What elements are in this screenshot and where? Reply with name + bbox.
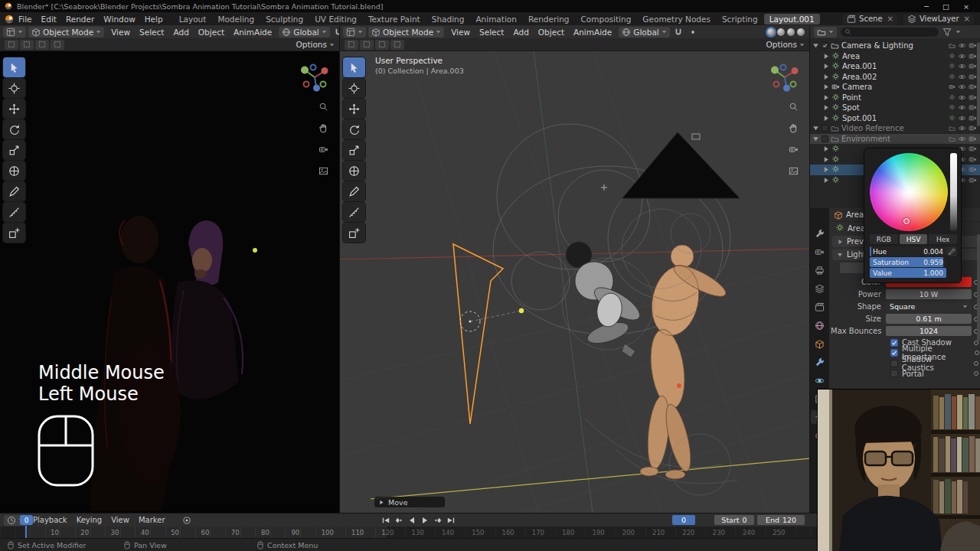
animate-property-dot[interactable] [972, 361, 980, 366]
menu-view[interactable]: View [446, 28, 475, 37]
frame-end-field[interactable]: End 120 [757, 515, 805, 525]
workspace-tab-geometry-nodes[interactable]: Geometry Nodes [637, 14, 716, 24]
value-field-power[interactable]: 10 W [886, 289, 972, 299]
dropdown-shape[interactable]: Square [886, 302, 972, 311]
snap-toggle[interactable] [332, 28, 339, 37]
tool-rotate[interactable] [343, 119, 365, 139]
minimize-button[interactable]: ─ [924, 2, 929, 11]
animate-property-dot[interactable] [972, 371, 980, 376]
menu-select[interactable]: Select [475, 28, 508, 37]
properties-tab-object[interactable] [811, 337, 828, 350]
properties-tab-physics[interactable] [811, 373, 828, 387]
hide-in-viewport-toggle[interactable] [958, 62, 966, 70]
outliner-row-point[interactable]: Point [810, 93, 980, 103]
collection-checkbox[interactable] [822, 135, 828, 142]
select-mode-intersect-button[interactable] [51, 40, 64, 50]
animate-property-dot[interactable] [973, 350, 980, 355]
navigation-gizmo[interactable] [768, 60, 802, 94]
jump-to-start-button[interactable] [381, 515, 391, 525]
viewport-hand-button[interactable] [789, 122, 799, 136]
workspace-tab-texture-paint[interactable]: Texture Paint [363, 14, 426, 24]
disclosure-icon[interactable] [822, 145, 829, 152]
outliner-row-video-reference[interactable]: Video Reference [810, 123, 980, 134]
wireframe-viewport-canvas[interactable]: User Perspective (0) Collection | Area.0… [340, 51, 809, 513]
disable-in-render-toggle[interactable] [969, 165, 977, 174]
viewport-camera-button[interactable] [789, 143, 799, 158]
proportional-edit-toggle[interactable] [687, 28, 699, 37]
shading-rendered-button[interactable] [797, 28, 805, 36]
workspace-tab-animation[interactable]: Animation [470, 14, 522, 24]
viewport-camera-button[interactable] [318, 143, 328, 158]
menu-add[interactable]: Add [508, 28, 533, 37]
editor-type-button[interactable] [343, 27, 366, 37]
outliner-row-area-002[interactable]: Area.002 [810, 72, 980, 83]
disable-in-render-toggle[interactable] [969, 73, 977, 81]
close-button[interactable]: × [963, 2, 969, 11]
options-button[interactable]: Options [766, 40, 805, 49]
hide-in-viewport-toggle[interactable] [958, 83, 966, 91]
checkbox-cast-shadow[interactable] [890, 339, 898, 347]
menu-view[interactable]: View [106, 28, 135, 37]
value-slider[interactable] [950, 153, 957, 231]
menu-animaide[interactable]: AnimAide [569, 28, 616, 37]
tool-scale[interactable] [343, 140, 365, 160]
scene-selector[interactable]: Scene × [843, 14, 897, 24]
disclosure-icon[interactable] [822, 177, 829, 184]
select-mode-subtract-button[interactable] [375, 40, 389, 50]
tool-cursor3d[interactable] [3, 78, 25, 98]
prev-keyframe-button[interactable] [394, 515, 404, 525]
workspace-tab-shading[interactable]: Shading [426, 14, 470, 24]
mode-select[interactable]: Object Mode [28, 27, 104, 37]
tool-transform[interactable] [3, 161, 25, 181]
hide-in-viewport-toggle[interactable] [958, 103, 966, 112]
viewport-search-button[interactable] [789, 100, 799, 115]
viewport-photo-button[interactable] [318, 165, 328, 179]
slider-hue[interactable]: Hue0.004 [870, 246, 946, 256]
outliner-row-area[interactable]: Area [810, 51, 980, 62]
workspace-tab-layout-001[interactable]: Layout.001 [764, 14, 820, 24]
disable-in-render-toggle[interactable] [969, 41, 977, 50]
play-button[interactable] [420, 515, 430, 525]
tool-cursor3d[interactable] [343, 78, 365, 98]
collection-checkbox[interactable] [822, 42, 828, 49]
disable-in-render-toggle[interactable] [969, 52, 977, 60]
mode-select[interactable]: Object Mode [368, 27, 444, 37]
menu-select[interactable]: Select [135, 28, 168, 37]
slider-saturation[interactable]: Saturation0.959 [870, 257, 946, 267]
tool-move[interactable] [3, 99, 25, 119]
tool-transform[interactable] [343, 161, 365, 181]
viewport-photo-button[interactable] [789, 165, 799, 179]
workspace-tab-scripting[interactable]: Scripting [717, 14, 763, 24]
disable-in-render-toggle[interactable] [969, 114, 977, 122]
outliner-row-area-001[interactable]: Area.001 [810, 61, 980, 72]
transform-orientation-select[interactable]: Global [619, 27, 670, 37]
workspace-tab-modeling[interactable]: Modeling [212, 14, 260, 24]
tool-measure[interactable] [343, 202, 365, 222]
disable-in-render-toggle[interactable] [969, 176, 977, 184]
hide-in-viewport-toggle[interactable] [958, 41, 966, 50]
disclosure-icon[interactable] [812, 125, 819, 132]
properties-scrollbar[interactable] [977, 234, 980, 341]
playhead[interactable]: 0 [20, 515, 33, 525]
navigation-gizmo[interactable] [298, 60, 332, 94]
menu-marker[interactable]: Marker [134, 516, 170, 524]
properties-tab-scene[interactable] [811, 300, 828, 314]
outliner-scrollbar[interactable] [977, 42, 980, 126]
collection-checkbox[interactable] [822, 125, 828, 132]
disclosure-icon[interactable] [822, 83, 829, 90]
workspace-tab-compositing[interactable]: Compositing [576, 14, 637, 24]
filter-icon[interactable] [942, 28, 952, 37]
tool-annotate[interactable] [3, 181, 25, 201]
jump-to-end-button[interactable] [446, 515, 456, 525]
checkbox-multiple-importance[interactable] [890, 349, 898, 357]
value-field-max-bounces[interactable]: 1024 [886, 326, 972, 336]
tool-rotate[interactable] [3, 119, 25, 139]
outliner-row-spot-001[interactable]: Spot.001 [810, 113, 980, 124]
menu-file[interactable]: File [14, 15, 37, 24]
select-mode-new-button[interactable] [345, 40, 358, 50]
colormode-tab-rgb[interactable]: RGB [870, 234, 898, 244]
disclosure-icon[interactable] [822, 166, 829, 173]
playhead-line[interactable] [25, 526, 27, 538]
disclosure-icon[interactable] [812, 42, 819, 49]
viewport-search-button[interactable] [318, 100, 328, 115]
